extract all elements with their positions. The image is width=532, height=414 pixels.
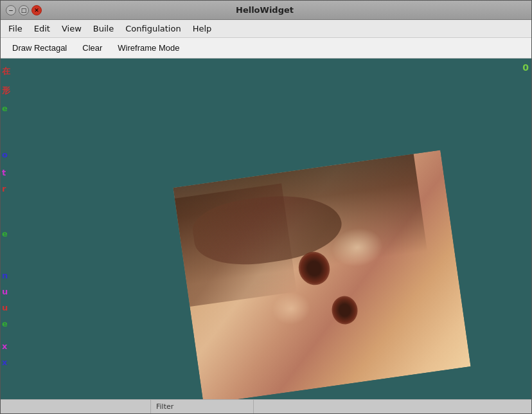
top-right-number: 0: [522, 62, 529, 73]
menu-edit[interactable]: Edit: [29, 22, 55, 35]
status-segment-1: [3, 400, 151, 413]
status-segment-filter: Filter: [151, 400, 254, 413]
window-title: HelloWidget: [42, 5, 488, 15]
menu-help[interactable]: Help: [188, 22, 217, 35]
menu-configulation[interactable]: Configulation: [120, 22, 186, 35]
canvas-image: [173, 150, 470, 399]
side-char-2: 形: [2, 84, 10, 98]
maximize-button[interactable]: □: [19, 5, 29, 15]
side-char-8: n: [2, 269, 8, 283]
side-char-9: u: [2, 285, 8, 299]
side-char-3: e: [2, 102, 8, 116]
side-char-10: u: [2, 302, 8, 315]
wireframe-mode-button[interactable]: Wireframe Mode: [111, 40, 186, 55]
side-char-1: 在: [2, 65, 10, 78]
clear-button[interactable]: Clear: [76, 40, 109, 55]
side-char-13: x: [2, 356, 7, 370]
side-text-overlay: 在 形 e o t r e n u u e x x: [1, 59, 15, 399]
status-bar: Filter: [1, 399, 531, 413]
main-window: − □ ✕ HelloWidget File Edit View Buile C…: [0, 0, 532, 414]
toolbar: Draw Rectagal Clear Wireframe Mode: [1, 38, 531, 59]
menu-view[interactable]: View: [57, 22, 87, 35]
draw-rectagal-button[interactable]: Draw Rectagal: [6, 40, 73, 55]
side-char-6: r: [2, 183, 6, 196]
canvas-area[interactable]: 在 形 e o t r e n u u e x x 0: [1, 59, 531, 399]
minimize-button[interactable]: −: [6, 5, 16, 15]
title-bar: − □ ✕ HelloWidget: [1, 1, 531, 20]
side-char-4: o: [2, 148, 8, 162]
menu-bar: File Edit View Buile Configulation Help: [1, 20, 531, 38]
side-char-12: x: [2, 340, 7, 354]
image-inner: [173, 150, 470, 399]
menu-buile[interactable]: Buile: [88, 22, 119, 35]
side-char-5: t: [2, 166, 6, 180]
side-char-11: e: [2, 318, 8, 331]
menu-file[interactable]: File: [3, 22, 28, 35]
window-controls: − □ ✕: [6, 5, 42, 15]
side-char-7: e: [2, 228, 8, 241]
close-button[interactable]: ✕: [31, 5, 42, 15]
